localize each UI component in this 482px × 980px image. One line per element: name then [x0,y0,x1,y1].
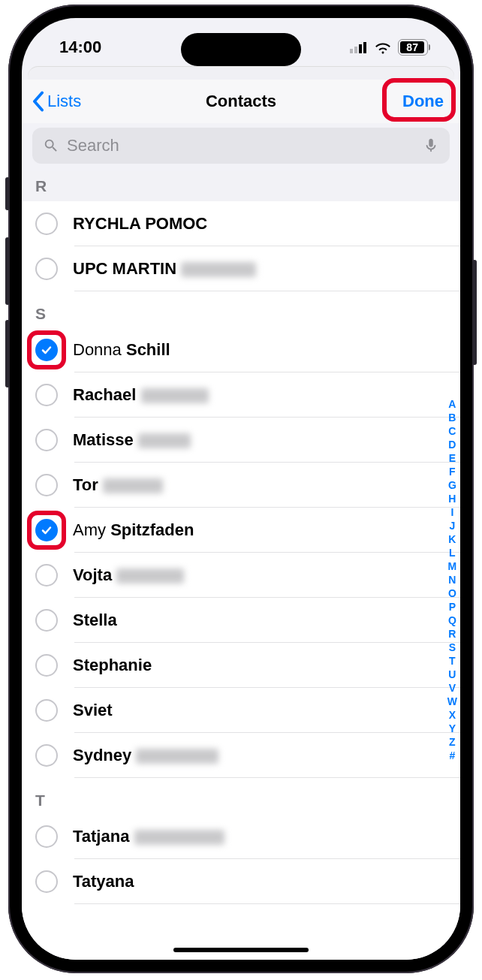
alphabet-index[interactable]: ABCDEFGHIJKLMNOPQRSTUVWXYZ# [447,398,457,762]
search-bar[interactable] [32,128,450,164]
index-letter[interactable]: C [447,425,457,438]
contact-row[interactable]: Tatjana [22,814,460,859]
index-letter[interactable]: M [447,560,457,573]
contact-row[interactable]: Sydney [22,733,460,778]
checkbox-checked-icon[interactable] [35,519,58,541]
power-button [472,260,477,365]
phone-frame: 14:00 87 Lists [8,5,474,973]
index-letter[interactable]: T [447,655,457,668]
checkbox-empty-icon[interactable] [35,213,58,235]
index-letter[interactable]: K [447,533,457,546]
checkbox-checked-icon[interactable] [35,339,58,361]
cellular-icon [350,41,368,53]
redacted-text [138,433,191,448]
contact-row[interactable]: Stephanie [22,643,460,688]
contact-name: Sviet [73,701,113,720]
index-letter[interactable]: X [447,709,457,722]
index-letter[interactable]: U [447,668,457,681]
index-letter[interactable]: O [447,587,457,600]
contact-row[interactable]: Stella [22,598,460,643]
checkbox-empty-icon[interactable] [35,609,58,632]
contact-name: Tatyana [73,872,134,891]
contact-row[interactable]: Tatyana [22,859,460,904]
checkbox-empty-icon[interactable] [35,429,58,451]
mic-icon[interactable] [423,137,439,154]
wifi-icon [374,41,392,54]
contact-row[interactable]: Tor [22,463,460,508]
redacted-text [134,830,224,845]
contact-row[interactable]: Rachael [22,372,460,418]
dynamic-island [181,33,301,66]
index-letter[interactable]: G [447,479,457,492]
contact-name: UPC MARTIN [73,259,256,279]
done-button[interactable]: Done [396,89,450,114]
index-letter[interactable]: N [447,574,457,586]
back-button[interactable]: Lists [32,91,81,112]
chevron-left-icon [32,91,44,112]
search-icon [43,137,59,154]
search-input[interactable] [67,136,415,155]
index-letter[interactable]: J [447,520,457,532]
index-letter[interactable]: F [447,466,457,478]
section-header: S [22,291,460,327]
background-sheet [28,66,454,80]
contact-row[interactable]: Sviet [22,688,460,733]
index-letter[interactable]: L [447,547,457,559]
svg-rect-0 [350,49,353,53]
redacted-text [103,478,163,493]
section-header: T [22,778,460,814]
contact-row[interactable]: Amy Spitzfaden [22,508,460,553]
index-letter[interactable]: A [447,398,457,411]
section-header: R [22,171,460,201]
index-letter[interactable]: H [447,493,457,505]
contact-row[interactable]: UPC MARTIN [22,246,460,291]
index-letter[interactable]: Z [447,736,457,749]
index-letter[interactable]: V [447,682,457,695]
checkbox-empty-icon[interactable] [35,699,58,722]
redacted-text [116,568,184,583]
contact-row[interactable]: Matisse [22,418,460,463]
svg-rect-1 [354,47,357,53]
contact-name: RYCHLA POMOC [73,214,207,234]
index-letter[interactable]: I [447,506,457,519]
contact-name: Amy Spitzfaden [73,520,194,540]
status-indicators: 87 [350,39,430,56]
checkbox-empty-icon[interactable] [35,564,58,586]
checkbox-empty-icon[interactable] [35,744,58,767]
nav-bar: Lists Contacts Done [22,80,460,123]
checkbox-empty-icon[interactable] [35,258,58,280]
index-letter[interactable]: R [447,628,457,641]
index-letter[interactable]: S [447,641,457,654]
index-letter[interactable]: Y [447,722,457,735]
contact-name: Tor [73,475,163,495]
redacted-text [141,388,209,403]
checkbox-empty-icon[interactable] [35,870,58,893]
contacts-list[interactable]: RRYCHLA POMOCUPC MARTIN SDonna SchillRac… [22,171,460,960]
contact-row[interactable]: Donna Schill [22,327,460,372]
redacted-text [136,749,218,764]
index-letter[interactable]: E [447,452,457,465]
redacted-text [181,262,256,277]
index-letter[interactable]: B [447,412,457,424]
contact-name: Tatjana [73,827,224,846]
contact-name: Stella [73,611,117,630]
screen: 14:00 87 Lists [22,18,460,960]
status-time: 14:00 [59,38,101,57]
back-label: Lists [47,92,81,111]
checkbox-empty-icon[interactable] [35,474,58,496]
checkbox-empty-icon[interactable] [35,825,58,848]
svg-rect-2 [359,44,362,53]
contact-name: Rachael [73,385,209,405]
index-letter[interactable]: # [447,749,457,762]
index-letter[interactable]: P [447,601,457,614]
contact-row[interactable]: Vojta [22,553,460,598]
index-letter[interactable]: Q [447,614,457,627]
index-letter[interactable]: W [447,695,457,708]
checkbox-empty-icon[interactable] [35,654,58,677]
index-letter[interactable]: D [447,439,457,451]
volume-down-button [5,320,10,387]
contact-row[interactable]: RYCHLA POMOC [22,201,460,246]
home-indicator[interactable] [173,948,309,952]
contact-name: Stephanie [73,656,152,675]
checkbox-empty-icon[interactable] [35,384,58,406]
